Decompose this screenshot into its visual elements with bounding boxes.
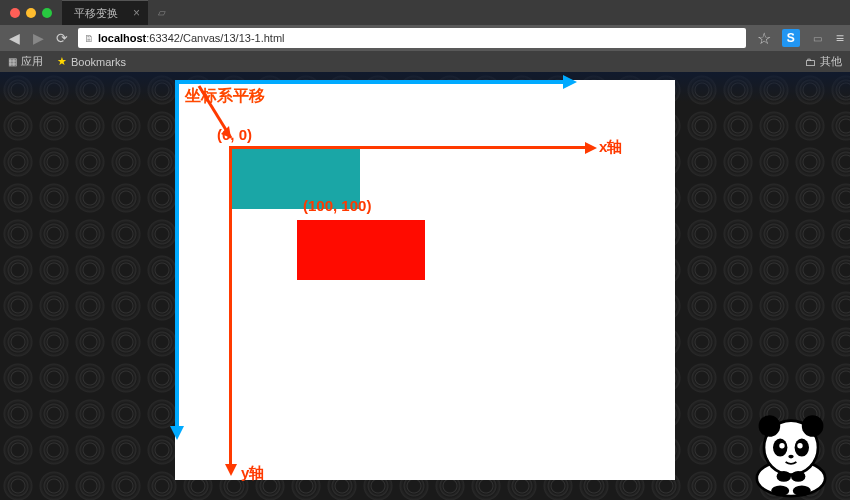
reload-button[interactable]: ⟳ — [54, 30, 70, 46]
close-tab-icon[interactable]: × — [133, 6, 140, 20]
original-y-axis — [175, 80, 179, 428]
translated-y-axis-arrow-icon — [225, 464, 237, 476]
original-y-axis-arrow-icon — [170, 426, 184, 440]
apps-shortcut[interactable]: ▦ 应用 — [8, 54, 43, 69]
bookmarks-bar: ▦ 应用 ★ Bookmarks 🗀 其他 — [0, 51, 850, 72]
svg-point-10 — [797, 443, 802, 448]
url-host: localhost — [98, 32, 146, 44]
origin-label: (0, 0) — [217, 126, 252, 143]
browser-tab[interactable]: 平移变换 × — [62, 0, 148, 25]
extension-box-icon[interactable]: ▭ — [808, 28, 828, 48]
file-icon: 🗎 — [84, 33, 94, 44]
x-axis-label: x轴 — [599, 138, 622, 157]
window-controls — [0, 8, 62, 18]
folder-icon: 🗀 — [805, 56, 816, 68]
translated-x-axis-arrow-icon — [585, 142, 597, 154]
bookmark-star-icon[interactable]: ☆ — [754, 28, 774, 48]
translated-origin-label: (100, 100) — [303, 197, 371, 214]
other-bookmarks[interactable]: 🗀 其他 — [805, 54, 842, 69]
svg-point-3 — [793, 485, 811, 496]
svg-point-6 — [802, 415, 824, 437]
y-axis-label: y轴 — [241, 464, 264, 483]
tab-title: 平移变换 — [74, 6, 118, 21]
svg-point-11 — [788, 455, 793, 459]
browser-tabstrip: 平移变换 × ▱ — [0, 0, 850, 25]
forward-button[interactable]: ▶ — [30, 30, 46, 46]
star-icon: ★ — [57, 55, 67, 68]
bookmarks-label: Bookmarks — [71, 56, 126, 68]
canvas-area: 坐标系平移 (0, 0) x轴 y轴 (100, 100) — [175, 80, 675, 480]
maximize-window-button[interactable] — [42, 8, 52, 18]
apps-icon: ▦ — [8, 56, 17, 67]
panda-mascot-icon — [736, 408, 846, 498]
svg-point-9 — [779, 443, 784, 448]
original-x-axis-arrow-icon — [563, 75, 577, 89]
url-path: :63342/Canvas/13/13-1.html — [146, 32, 284, 44]
extension-s-icon[interactable]: S — [782, 29, 800, 47]
svg-point-2 — [771, 485, 789, 496]
rect-translated — [297, 220, 425, 280]
address-bar: ◀ ▶ ⟳ 🗎 localhost:63342/Canvas/13/13-1.h… — [0, 25, 850, 51]
other-bm-label: 其他 — [820, 54, 842, 69]
new-tab-button[interactable]: ▱ — [148, 7, 176, 18]
bookmarks-folder[interactable]: ★ Bookmarks — [57, 55, 126, 68]
apps-label: 应用 — [21, 54, 43, 69]
svg-point-13 — [791, 471, 805, 482]
minimize-window-button[interactable] — [26, 8, 36, 18]
svg-point-5 — [759, 415, 781, 437]
svg-point-12 — [777, 471, 791, 482]
url-input[interactable]: 🗎 localhost:63342/Canvas/13/13-1.html — [78, 28, 746, 48]
back-button[interactable]: ◀ — [6, 30, 22, 46]
close-window-button[interactable] — [10, 8, 20, 18]
menu-button[interactable]: ≡ — [836, 30, 844, 46]
page-viewport: 坐标系平移 (0, 0) x轴 y轴 (100, 100) — [0, 72, 850, 500]
